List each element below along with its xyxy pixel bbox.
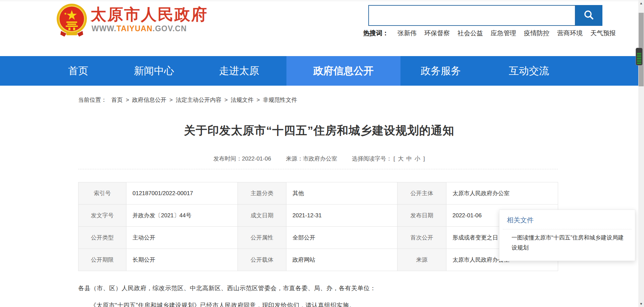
table-value-cell: 全部公开 [286,227,397,249]
breadcrumb-label: 当前位置： [78,96,107,104]
table-value-cell: 并政办发〔2021〕44号 [126,205,238,227]
scroll-marker-stripes [637,53,641,64]
browser-scrollbar[interactable]: ▲ ▼ [638,0,644,307]
table-label-cell: 公开期限 [78,249,126,271]
search-icon [583,9,595,22]
nav-item[interactable]: 新闻中心 [116,56,192,86]
breadcrumb-link[interactable]: 法定主动公开内容 [176,97,221,103]
main-nav-items: 首页新闻中心走进太原政府信息公开政务服务互动交流 [40,56,644,86]
table-value-cell: 其他 [286,182,397,205]
site-url-prefix: WWW. [92,24,116,33]
table-label-cell: 公开载体 [238,249,286,271]
table-label-cell: 主题分类 [238,182,286,205]
table-label-cell: 公开属性 [238,227,286,249]
hot-search-label: 热搜词： [363,29,389,38]
nav-item-active[interactable]: 政府信息公开 [286,56,400,86]
table-label-cell: 发文字号 [78,205,126,227]
related-files-title: 相关文件 [507,216,635,225]
search-input[interactable] [368,5,576,26]
scroll-marker-widget[interactable] [636,48,643,65]
breadcrumb-link[interactable]: 政府信息公开 [132,97,166,103]
page-title: 关于印发太原市“十四五”住房和城乡建设规划的通知 [0,123,638,138]
hot-keyword-link[interactable]: 社会公益 [458,30,483,37]
table-row: 公开类型主动公开公开属性全部公开首次公开形成或者变更之日 [78,227,558,249]
related-files-popup: 相关文件 一图读懂太原市“十四五”住房和城乡建设局建设规划 [499,210,635,261]
breadcrumb-separator: > [224,97,228,103]
breadcrumb-link: 非规范性文件 [263,97,297,103]
font-size-option[interactable]: 小 [415,156,420,162]
article-source: 来源：市政府办公室 [286,155,337,163]
page-top-border [0,1,644,1]
table-label-cell: 公开类型 [78,227,126,249]
table-label-cell: 索引号 [78,182,126,205]
article-paragraph-salutation: 各县（市、区）人民政府，综改示范区、中北高新区、西山示范区管委会，市直各委、局、… [78,284,558,292]
table-label-cell: 来源 [397,249,446,271]
nav-item[interactable]: 首页 [40,56,116,86]
breadcrumb-link[interactable]: 首页 [111,97,123,103]
font-size-option[interactable]: 大 [398,156,404,162]
breadcrumb-separator: > [126,97,129,103]
table-label-cell: 首次公开 [397,227,446,249]
site-url-domain: TAIYUAN [116,24,153,33]
table-value-cell: 太原市人民政府办公室 [446,182,558,205]
breadcrumb-link[interactable]: 法规文件 [231,97,254,103]
table-row: 发文字号并政办发〔2021〕44号成文日期2021-12-31发布日期2022-… [78,205,558,227]
hot-keyword-link[interactable]: 张新伟 [397,30,417,37]
font-size-options: 大中小 [396,156,422,162]
document-info-table: 索引号012187001/2022-00017主题分类其他公开主体太原市人民政府… [78,182,558,271]
breadcrumb: 当前位置： 首页>政府信息公开>法定主动公开内容>法规文件>非规范性文件 [78,96,297,104]
nav-item[interactable]: 政务服务 [400,56,481,86]
breadcrumb-separator: > [257,97,260,103]
popup-divider [503,229,632,229]
hot-keyword-link[interactable]: 应急管理 [491,30,516,37]
search-button[interactable] [576,5,602,26]
table-label-cell: 公开主体 [397,182,446,205]
font-size-selector: 选择阅读字号： [ 大中小 ] [352,155,425,163]
table-value-cell: 长期公开 [126,249,238,271]
table-row: 公开期限长期公开公开载体政府网站来源太原市人民政府办公室 [78,249,558,271]
font-size-bracket-open: [ [393,156,395,162]
hot-keyword-link[interactable]: 环保督察 [424,30,450,37]
table-value-cell: 012187001/2022-00017 [126,182,238,205]
table-row: 索引号012187001/2022-00017主题分类其他公开主体太原市人民政府… [78,182,558,205]
national-emblem-logo [56,3,87,37]
site-title: 太原市人民政府 [91,4,208,25]
nav-item[interactable]: 走进太原 [192,56,286,86]
scroll-up-arrow[interactable]: ▲ [638,0,644,6]
font-size-option[interactable]: 中 [406,156,412,162]
table-value-cell: 主动公开 [126,227,238,249]
hot-search-links: 张新伟环保督察社会公益应急管理疫情防控营商环境天气预报 [397,29,624,38]
font-size-label: 选择阅读字号： [352,156,392,162]
meta-divider [78,169,558,169]
table-value-cell: 2021-12-31 [286,205,397,227]
article-paragraph-body: 《太原市“十四五”住房和城乡建设规划》已经市人民政府同意，现印发给你们，请认真组… [78,301,558,307]
publish-time: 发布时间：2022-01-06 [213,155,271,163]
main-nav: 首页新闻中心走进太原政府信息公开政务服务互动交流 [0,56,644,86]
breadcrumb-separator: > [169,97,173,103]
related-file-link[interactable]: 一图读懂太原市“十四五”住房和城乡建设局建设规划 [512,233,628,253]
site-url: WWW.TAIYUAN.GOV.CN [92,24,187,33]
hot-keyword-link[interactable]: 营商环境 [557,30,583,37]
site-url-suffix: .GOV.CN [153,24,187,33]
breadcrumb-items: 首页>政府信息公开>法定主动公开内容>法规文件>非规范性文件 [111,96,297,104]
article-meta: 发布时间：2022-01-06 来源：市政府办公室 选择阅读字号： [ 大中小 … [0,155,638,163]
hot-keyword-link[interactable]: 疫情防控 [524,30,549,37]
hot-search-row: 热搜词： 张新伟环保督察社会公益应急管理疫情防控营商环境天气预报 [363,29,624,38]
table-value-cell: 政府网站 [286,249,397,271]
hot-keyword-link[interactable]: 天气预报 [590,30,616,37]
font-size-bracket-close: ] [423,156,425,162]
scroll-down-arrow[interactable]: ▼ [638,301,644,307]
nav-item[interactable]: 互动交流 [481,56,577,86]
table-label-cell: 成文日期 [238,205,286,227]
table-label-cell: 发布日期 [397,205,446,227]
